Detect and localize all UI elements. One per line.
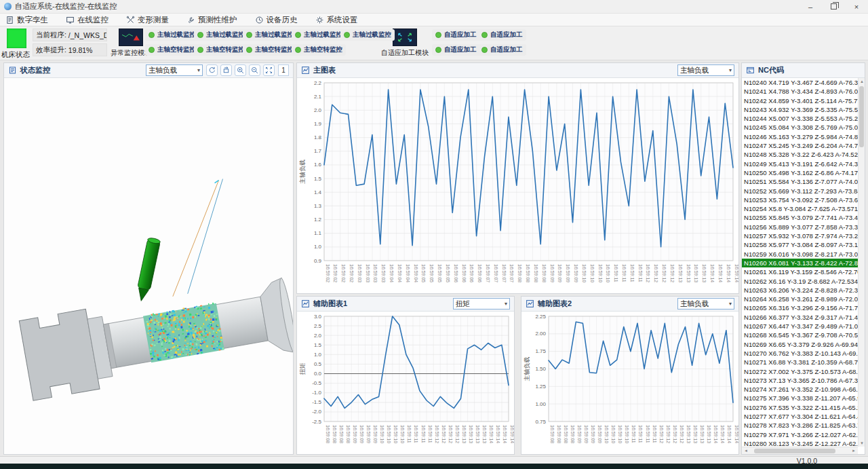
nc-code-row[interactable]: N10245 X5.084 Y-3.308 Z-5.769 A-75.088: [742, 123, 858, 132]
nc-hscroll-thumb[interactable]: [754, 449, 835, 453]
efficiency-label: 效率提升:: [36, 45, 66, 55]
adaptive-machining-4[interactable]: 自适应加工: [478, 44, 526, 56]
nc-code-row[interactable]: N10275 X7.396 Y-3.338 Z-11.207 A-65.95: [742, 394, 858, 402]
spindle-overload-monitor-4[interactable]: 主轴过载监控: [292, 29, 346, 41]
scroll-up-icon[interactable]: ▴: [859, 79, 865, 84]
scroll-left-icon[interactable]: ◂: [743, 448, 749, 453]
aux-chart2-signal-select[interactable]: 主轴负载 ▾: [677, 298, 734, 309]
nc-code-row[interactable]: N10280 X8.123 Y-3.245 Z-12.227 A-62.23: [742, 439, 858, 447]
scroll-right-icon[interactable]: ▸: [850, 448, 857, 453]
menu-item-predictive-maintenance[interactable]: 预测性维护: [186, 15, 237, 25]
menu-item-online-monitor[interactable]: 在线监控: [66, 15, 108, 25]
nc-code-row[interactable]: N10267 X6.447 Y-3.347 Z-9.489 A-71.055: [742, 322, 858, 331]
nc-code-row[interactable]: N10248 X5.328 Y-3.22 Z-6.423 A-74.52 C: [742, 150, 858, 159]
nc-code-row[interactable]: N10269 X6.65 Y-3.379 Z-9.926 A-69.947 C: [742, 340, 858, 349]
nc-code-row[interactable]: N10241 X4.788 Y-3.434 Z-4.893 A-76.062: [742, 87, 858, 96]
minimize-button[interactable]: –: [799, 0, 822, 13]
nc-code-row[interactable]: N10247 X5.245 Y-3.249 Z-6.204 A-74.701: [742, 141, 858, 150]
nc-code-row[interactable]: N10255 X5.845 Y-3.079 Z-7.741 A-73.458: [742, 213, 858, 222]
menu-item-digital-twin[interactable]: 数字孪生: [5, 15, 48, 25]
menu-item-deformation-measure[interactable]: 变形测量: [126, 15, 169, 25]
workpiece: [19, 274, 293, 401]
menu-item-device-history[interactable]: 设备历史: [255, 15, 298, 25]
adaptive-machining-2[interactable]: 自适应加工: [478, 29, 526, 41]
svg-text:16:59:07: 16:59:07: [509, 264, 514, 282]
svg-text:16:59:10: 16:59:10: [582, 264, 587, 282]
svg-text:2.0: 2.0: [314, 333, 322, 339]
nc-vertical-scrollbar[interactable]: ▴ ▾: [858, 78, 865, 447]
zoom-in-button[interactable]: [235, 64, 246, 76]
nc-code-row[interactable]: N10253 X5.754 Y-3.092 Z-7.508 A-73.677: [742, 195, 858, 204]
window-title: 自适应系统-在线监控-在线监控: [15, 1, 117, 12]
nc-code-row[interactable]: N10262 X6.16 Y-3.19 Z-8.682 A-72.534 C: [742, 277, 858, 286]
machine-part-3d-view[interactable]: [4, 78, 293, 454]
spindle-idle-monitor-4[interactable]: 主轴空转监控: [292, 44, 346, 56]
svg-text:0.0: 0.0: [314, 371, 322, 377]
spindle-overload-monitor-3[interactable]: 主轴过载监控: [243, 29, 297, 41]
spindle-idle-monitor-3[interactable]: 主轴空转监控: [243, 44, 297, 56]
svg-text:16:59:11: 16:59:11: [622, 264, 627, 282]
nc-code-row[interactable]: N10256 X5.889 Y-3.077 Z-7.858 A-73.348: [742, 223, 858, 231]
nc-code-row[interactable]: N10261 X6.119 Y-3.159 Z-8.546 A-72.701: [742, 267, 858, 276]
svg-text:16:59:13: 16:59:13: [700, 425, 705, 443]
svg-text:16:59:11: 16:59:11: [630, 264, 635, 282]
spindle-overload-monitor-1[interactable]: 主轴过载监控: [145, 29, 199, 41]
nc-code-row[interactable]: N10274 X7.261 Y-3.352 Z-10.998 A-66.67: [742, 385, 858, 394]
adaptive-machining-1[interactable]: 自适应加工: [432, 29, 480, 41]
nc-code-row[interactable]: N10246 X5.163 Y-3.279 Z-5.984 A-74.892: [742, 132, 858, 141]
nc-code-row[interactable]: N10259 X6.016 Y-3.098 Z-8.217 A-73.036: [742, 250, 858, 259]
nc-code-row[interactable]: N10279 X7.971 Y-3.266 Z-12.027 A-62.98: [742, 430, 858, 439]
nc-code-row[interactable]: N10278 X7.823 Y-3.286 Z-11.825 A-63.73: [742, 421, 858, 430]
nc-code-row[interactable]: N10252 X5.669 Y-3.112 Z-7.293 A-73.844: [742, 187, 858, 195]
flip-button[interactable]: [220, 64, 232, 76]
nc-code-row[interactable]: N10272 X7.002 Y-3.375 Z-10.573 A-68.05: [742, 367, 858, 376]
nc-code-row[interactable]: N10270 X6.762 Y-3.383 Z-10.143 A-69.34: [742, 349, 858, 358]
spindle-idle-monitor-2[interactable]: 主轴空转监控: [194, 44, 248, 56]
nc-code-row[interactable]: N10254 X5.8 Y-3.084 Z-7.625 A-73.571 C: [742, 204, 858, 213]
nc-code-row[interactable]: N10243 X4.932 Y-3.369 Z-5.335 A-75.523: [742, 105, 858, 114]
viewer-signal-select[interactable]: 主轴负载 ▾: [146, 64, 203, 76]
nc-code-row[interactable]: N10273 X7.13 Y-3.365 Z-10.786 A-67.372: [742, 376, 858, 385]
svg-text:16:59:10: 16:59:10: [400, 425, 405, 443]
main-chart-signal-value: 主轴负载: [680, 66, 709, 75]
wrench-icon: [186, 16, 195, 24]
menu-item-system-settings[interactable]: 系统设置: [315, 15, 358, 25]
nc-code-row[interactable]: N10257 X5.932 Y-3.078 Z-7.974 A-73.243: [742, 231, 858, 240]
status-dot: [481, 47, 488, 53]
spindle-overload-monitor-5[interactable]: 主轴过载监控: [340, 29, 395, 41]
nc-code-row[interactable]: N10277 X7.677 Y-3.304 Z-11.621 A-64.48: [742, 412, 858, 421]
aux-chart1-signal-value: 扭矩: [456, 299, 470, 309]
rotate-button[interactable]: [206, 64, 218, 76]
nc-code-row[interactable]: N10250 X5.498 Y-3.162 Z-6.86 A-74.178 C: [742, 168, 858, 177]
nc-code-row[interactable]: N10244 X5.007 Y-3.338 Z-5.553 A-75.297: [742, 114, 858, 123]
nc-code-row[interactable]: N10258 X5.977 Y-3.084 Z-8.097 A-73.138: [742, 240, 858, 249]
aux-chart1-signal-select[interactable]: 扭矩 ▾: [453, 298, 510, 309]
zoom-level-box[interactable]: 1: [278, 64, 289, 76]
code-window-icon: [746, 66, 755, 75]
nc-code-row[interactable]: N10240 X4.719 Y-3.467 Z-4.669 A-76.396: [742, 78, 858, 87]
adaptive-machining-3[interactable]: 自适应加工: [432, 44, 480, 56]
nc-code-row-active[interactable]: N10260 X6.081 Y-3.133 Z-8.422 A-72.835: [742, 259, 858, 267]
fit-button[interactable]: [263, 64, 275, 76]
nc-code-row[interactable]: N10271 X6.88 Y-3.381 Z-10.359 A-68.711: [742, 358, 858, 367]
menu-item-label: 在线监控: [77, 15, 108, 25]
nc-code-row[interactable]: N10263 X6.206 Y-3.224 Z-8.828 A-72.33 C: [742, 286, 858, 295]
nc-code-row[interactable]: N10249 X5.413 Y-3.191 Z-6.642 A-74.346: [742, 160, 858, 168]
nc-code-row[interactable]: N10265 X6.316 Y-3.296 Z-9.156 A-71.771: [742, 303, 858, 312]
close-button[interactable]: ×: [845, 0, 868, 13]
nc-vscroll-thumb[interactable]: [859, 86, 864, 147]
restore-button[interactable]: [822, 0, 845, 13]
nc-code-row[interactable]: N10276 X7.535 Y-3.322 Z-11.415 A-65.22: [742, 403, 858, 412]
scroll-down-icon[interactable]: ▾: [859, 440, 865, 446]
nc-code-row[interactable]: N10264 X6.258 Y-3.261 Z-8.989 A-72.072: [742, 295, 858, 303]
nc-code-row[interactable]: N10251 X5.584 Y-3.136 Z-7.077 A-74.012: [742, 177, 858, 186]
spindle-idle-monitor-1[interactable]: 主轴空转监控: [145, 44, 199, 56]
nc-code-row[interactable]: N10242 X4.859 Y-3.401 Z-5.114 A-75.775: [742, 96, 858, 105]
chuck-block: [19, 309, 100, 400]
nc-horizontal-scrollbar[interactable]: ◂ ▸: [742, 447, 858, 454]
nc-code-row[interactable]: N10268 X6.545 Y-3.367 Z-9.708 A-70.519: [742, 331, 858, 339]
zoom-out-button[interactable]: [249, 64, 260, 76]
spindle-overload-monitor-2[interactable]: 主轴过载监控: [194, 29, 248, 41]
nc-code-row[interactable]: N10266 X6.377 Y-3.324 Z-9.317 A-71.443: [742, 313, 858, 322]
main-chart-signal-select[interactable]: 主轴负载 ▾: [677, 64, 734, 76]
